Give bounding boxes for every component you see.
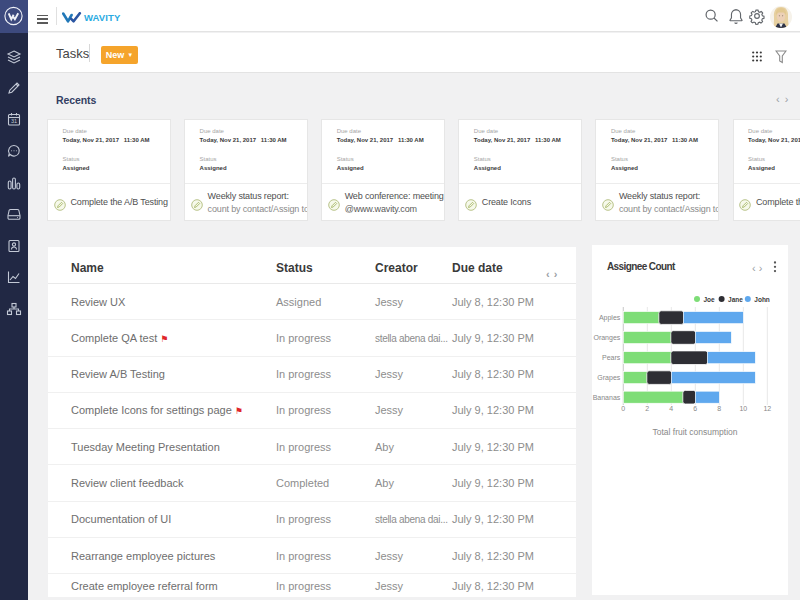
svg-text:Joe: Joe (704, 296, 716, 303)
svg-text:Total fruit consumption: Total fruit consumption (652, 427, 737, 437)
svg-text:0: 0 (621, 405, 625, 412)
svg-text:Bananas: Bananas (593, 394, 621, 401)
svg-text:Jane: Jane (728, 296, 743, 303)
svg-text:Oranges: Oranges (593, 334, 620, 342)
svg-text:6: 6 (693, 405, 697, 412)
svg-text:Apples: Apples (599, 314, 621, 322)
svg-text:10: 10 (739, 405, 747, 412)
svg-text:2: 2 (645, 405, 649, 412)
svg-text:John: John (754, 296, 770, 303)
svg-text:4: 4 (669, 405, 673, 412)
svg-text:12: 12 (763, 405, 771, 412)
svg-text:Pears: Pears (602, 354, 621, 361)
svg-text:Grapes: Grapes (597, 374, 620, 382)
svg-text:8: 8 (717, 405, 721, 412)
svg-text:31: 31 (11, 118, 17, 124)
